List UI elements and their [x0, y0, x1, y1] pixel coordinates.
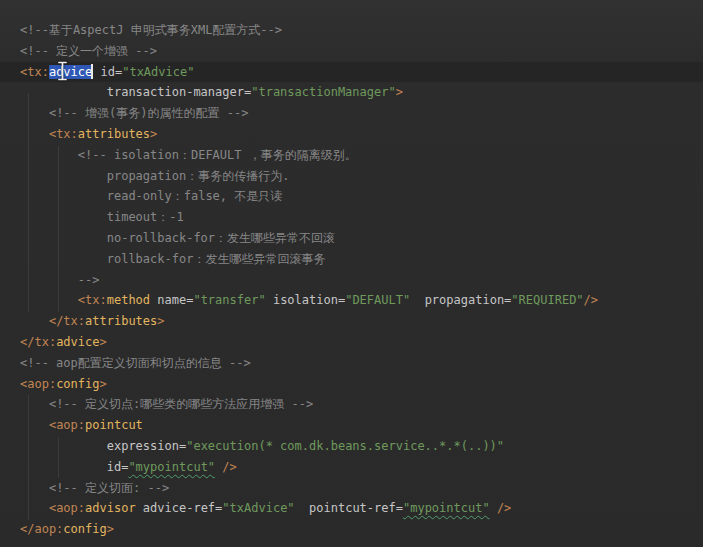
code-line[interactable]: <!-- 定义一个增强 -->	[20, 41, 703, 62]
token-space	[20, 85, 107, 99]
token-tag-punctuation: >	[107, 522, 114, 536]
token-attribute-name: transaction-manager=	[107, 85, 252, 99]
code-line[interactable]: <!-- isolation：DEFAULT ，事务的隔离级别。	[20, 145, 703, 166]
code-line[interactable]: </aop:config>	[20, 519, 703, 540]
token-comment: <!-- aop配置定义切面和切点的信息 -->	[20, 356, 251, 370]
token-tag-name: config	[63, 522, 106, 536]
token-space	[20, 501, 49, 515]
token-comment: <!-- isolation：DEFAULT ，事务的隔离级别。	[78, 148, 357, 162]
token-space	[20, 293, 78, 307]
code-line[interactable]: timeout：-1	[20, 207, 703, 228]
token-comment: read-only：false, 不是只读	[107, 189, 283, 203]
token-space	[490, 501, 497, 515]
token-attribute-name: isolation=	[273, 293, 345, 307]
token-tag-name: attributes	[78, 127, 150, 141]
token-attribute-name: id=	[107, 460, 129, 474]
token-tag-punctuation: <aop:	[49, 501, 85, 515]
token-tag-punctuation: </tx:	[20, 335, 56, 349]
token-space	[20, 481, 49, 495]
token-tag-punctuation: <tx:	[20, 65, 49, 79]
token-space	[20, 127, 49, 141]
code-line[interactable]: <!-- 增强(事务)的属性的配置 -->	[20, 103, 703, 124]
token-tag-punctuation: <aop:	[20, 377, 56, 391]
code-area[interactable]: <!--基于AspectJ 申明式事务XML配置方式--><!-- 定义一个增强…	[20, 20, 703, 540]
token-tag-punctuation: />	[497, 501, 511, 515]
token-comment: propagation：事务的传播行为.	[107, 169, 290, 183]
token-tag-name: advisor	[85, 501, 136, 515]
token-space	[93, 65, 100, 79]
code-line[interactable]: <tx:advice id="txAdvice"	[20, 62, 703, 83]
ibeam-cursor-icon	[56, 61, 69, 81]
code-line[interactable]: <tx:method name="transfer" isolation="DE…	[20, 290, 703, 311]
code-line[interactable]: -->	[20, 270, 703, 291]
code-line[interactable]: </tx:advice>	[20, 332, 703, 353]
token-comment: timeout：-1	[107, 210, 184, 224]
token-space	[20, 210, 107, 224]
token-attribute-value: "execution(* com.dk.beans.service..*.*(.…	[186, 439, 504, 453]
code-line[interactable]: <!-- aop配置定义切面和切点的信息 -->	[20, 353, 703, 374]
token-space	[20, 460, 107, 474]
code-line[interactable]: rollback-for：发生哪些异常回滚事务	[20, 249, 703, 270]
token-tag-name: method	[107, 293, 150, 307]
token-attribute-name: id=	[101, 65, 123, 79]
code-line[interactable]: expression="execution(* com.dk.beans.ser…	[20, 436, 703, 457]
token-tag-punctuation: </aop:	[20, 522, 63, 536]
code-line[interactable]: <tx:attributes>	[20, 124, 703, 145]
token-space	[410, 293, 424, 307]
token-space	[20, 252, 107, 266]
token-space	[20, 418, 49, 432]
code-line[interactable]: transaction-manager="transactionManager"…	[20, 82, 703, 103]
token-tag-punctuation: >	[99, 335, 106, 349]
token-attribute-value: "REQUIRED"	[511, 293, 583, 307]
token-tag-punctuation: >	[99, 377, 106, 391]
token-tag-name: config	[56, 377, 99, 391]
code-line[interactable]: propagation：事务的传播行为.	[20, 166, 703, 187]
code-line[interactable]: <aop:advisor advice-ref="txAdvice" point…	[20, 498, 703, 519]
token-space	[20, 397, 49, 411]
token-tag-punctuation: />	[222, 460, 236, 474]
token-space	[20, 439, 107, 453]
token-tag-name: attributes	[85, 314, 157, 328]
token-tag-punctuation: >	[396, 85, 403, 99]
code-line[interactable]: <aop:pointcut	[20, 415, 703, 436]
token-attribute-name: propagation=	[425, 293, 512, 307]
code-line[interactable]: <aop:config>	[20, 374, 703, 395]
token-tag-punctuation: />	[584, 293, 598, 307]
token-comment: -->	[78, 273, 100, 287]
token-comment: <!--基于AspectJ 申明式事务XML配置方式-->	[20, 23, 282, 37]
token-space	[20, 189, 107, 203]
token-tag-punctuation: </tx:	[49, 314, 85, 328]
token-space	[20, 106, 49, 120]
token-attribute-name: pointcut-ref=	[309, 501, 403, 515]
token-attribute-value: "txAdvice"	[222, 501, 294, 515]
token-tag-punctuation: <tx:	[78, 293, 107, 307]
code-line[interactable]: id="mypointcut" />	[20, 457, 703, 478]
token-tag-punctuation: <tx:	[49, 127, 78, 141]
code-line[interactable]: no-rollback-for：发生哪些异常不回滚	[20, 228, 703, 249]
token-space	[20, 231, 107, 245]
token-comment: <!-- 定义切面: -->	[49, 481, 169, 495]
token-space	[20, 314, 49, 328]
token-space	[20, 169, 107, 183]
token-comment: rollback-for：发生哪些异常回滚事务	[107, 252, 326, 266]
code-line[interactable]: <!--基于AspectJ 申明式事务XML配置方式-->	[20, 20, 703, 41]
token-comment: <!-- 定义切点:哪些类的哪些方法应用增强 -->	[49, 397, 313, 411]
token-tag-name: advice	[56, 335, 99, 349]
code-editor[interactable]: <!--基于AspectJ 申明式事务XML配置方式--><!-- 定义一个增强…	[0, 0, 703, 547]
token-attribute-value: "transfer"	[193, 293, 265, 307]
token-space	[20, 273, 78, 287]
token-attribute-name: expression=	[107, 439, 186, 453]
token-space	[20, 148, 78, 162]
token-comment: no-rollback-for：发生哪些异常不回滚	[107, 231, 335, 245]
token-attribute-value: "transactionManager"	[251, 85, 396, 99]
code-line[interactable]: </tx:attributes>	[20, 311, 703, 332]
code-line[interactable]: <!-- 定义切点:哪些类的哪些方法应用增强 -->	[20, 394, 703, 415]
code-line[interactable]: <!-- 定义切面: -->	[20, 478, 703, 499]
token-tag-punctuation: >	[157, 314, 164, 328]
token-attribute-value-typo: "mypointcut"	[128, 460, 215, 474]
token-tag-punctuation: <aop:	[49, 418, 85, 432]
code-line[interactable]: read-only：false, 不是只读	[20, 186, 703, 207]
token-space	[136, 501, 143, 515]
token-attribute-value: "txAdvice"	[122, 65, 194, 79]
token-space	[266, 293, 273, 307]
